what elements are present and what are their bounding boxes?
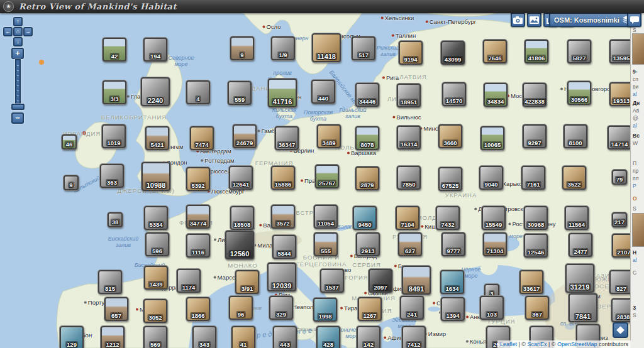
news-photo-thumbnail[interactable] [632,33,644,65]
photo-cluster-thumbnail[interactable]: 1116 [186,234,210,258]
photo-cluster-thumbnail[interactable]: 8100 [564,124,587,148]
photo-cluster-thumbnail[interactable]: 2913 [356,232,380,256]
photo-cluster-thumbnail[interactable]: 11418 [312,33,341,62]
photo-cluster-thumbnail[interactable]: 7432 [436,206,460,230]
photo-cluster-thumbnail[interactable]: 18951 [397,84,421,107]
camera-button[interactable] [511,13,525,27]
photo-cluster-thumbnail[interactable]: 41 [231,326,255,348]
photo-cluster-thumbnail[interactable]: 11564 [565,206,589,230]
photo-cluster-thumbnail[interactable]: 142 [357,326,380,348]
zoom-slider-track[interactable] [15,59,21,108]
photo-cluster-thumbnail[interactable]: 3660 [438,124,462,148]
photo-cluster-thumbnail[interactable]: 3572 [271,205,295,229]
photo-cluster-thumbnail[interactable]: 71304 [483,232,507,256]
photo-cluster-thumbnail[interactable]: 5844 [272,235,296,259]
pan-down-button[interactable]: ↓ [13,37,23,46]
pan-up-button[interactable]: ↑ [13,17,23,26]
photo-cluster-thumbnail[interactable]: 1634 [440,270,464,294]
zoom-out-button[interactable]: − [11,112,24,124]
photo-cluster-thumbnail[interactable]: 569 [143,326,167,348]
photo-cluster-thumbnail[interactable]: 555 [314,232,338,256]
photo-cluster-thumbnail[interactable]: 79 [612,170,627,185]
photo-cluster-thumbnail[interactable]: 517 [352,36,375,60]
photo-cluster-thumbnail[interactable]: 7104 [396,206,419,230]
photo-cluster-thumbnail[interactable]: 2879 [355,166,379,190]
photo-cluster-thumbnail[interactable]: 129 [60,326,84,348]
photo-cluster-thumbnail[interactable]: 7841 [569,293,597,322]
photo-cluster-thumbnail[interactable]: 428 [316,326,340,348]
photo-cluster-thumbnail[interactable]: 11054 [314,205,338,229]
photo-cluster-thumbnail[interactable]: 9194 [399,41,423,65]
star-logo-icon[interactable]: ★ [3,1,14,12]
map-marker-dot[interactable] [82,131,86,135]
photo-cluster-thumbnail[interactable]: 5392 [186,167,210,191]
photo-cluster-thumbnail[interactable]: 34774 [186,205,210,229]
photo-cluster-thumbnail[interactable]: 7646 [483,40,507,63]
photo-cluster-thumbnail[interactable]: 3489 [317,124,341,148]
photo-cluster-thumbnail[interactable]: 1394 [441,297,465,321]
attribution-link[interactable]: Leaflet [500,341,517,347]
photo-cluster-thumbnail[interactable]: 1537 [320,269,344,293]
photo-cluster-thumbnail[interactable]: 657 [104,297,128,321]
pan-right-button[interactable]: → [23,27,33,36]
photo-cluster-thumbnail[interactable]: 15549 [482,206,506,230]
news-panel-clipped[interactable]: ЗаS9-спвиalДнАв@alВсWПпрплРОSНalСЗS [630,13,644,348]
photo-cluster-thumbnail[interactable]: 5827 [567,40,591,63]
photo-cluster-thumbnail[interactable]: 5384 [144,206,168,230]
photo-cluster-thumbnail[interactable]: 1267 [358,297,382,321]
photo-cluster-thumbnail[interactable]: 14714 [608,126,631,150]
photo-cluster-thumbnail[interactable]: 42 [103,38,126,62]
photo-cluster-thumbnail[interactable]: 2097 [369,269,392,293]
photo-cluster-thumbnail[interactable]: 7161 [521,166,545,190]
photo-cluster-thumbnail[interactable]: 422838 [523,83,547,107]
photo-cluster-thumbnail[interactable]: 12039 [267,263,296,291]
photo-cluster-thumbnail[interactable]: 9450 [353,206,377,230]
photo-cluster-thumbnail[interactable]: 343 [192,326,216,348]
photo-cluster-thumbnail[interactable]: 67525 [438,167,462,191]
photo-cluster-thumbnail[interactable]: 33617 [519,270,543,294]
map-canvas[interactable]: Северное морепролив КаттегатРижский зали… [0,0,644,348]
photo-cluster-thumbnail[interactable]: 103 [480,296,504,320]
photo-cluster-thumbnail[interactable]: 363 [100,164,124,188]
photo-cluster-thumbnail[interactable]: 1439 [144,266,168,290]
photo-cluster-thumbnail[interactable]: 217 [612,212,627,227]
news-photo-thumbnail[interactable] [632,213,644,247]
photo-cluster-thumbnail[interactable]: 10988 [142,162,170,191]
photo-cluster-thumbnail[interactable]: 14570 [442,82,466,106]
pan-left-button[interactable]: ← [3,27,13,36]
photo-cluster-thumbnail[interactable]: 1998 [313,298,337,322]
photo-cluster-thumbnail[interactable]: 3522 [562,166,586,190]
photo-cluster-thumbnail[interactable]: 10065 [480,126,504,150]
photo-cluster-thumbnail[interactable]: 12560 [225,231,254,259]
photo-cluster-thumbnail[interactable]: 30968 [524,206,548,230]
map-marker-dot[interactable] [39,60,44,65]
photo-cluster-thumbnail[interactable]: 36347 [275,126,299,150]
panel-toggle-button[interactable] [613,322,628,338]
photo-cluster-thumbnail[interactable]: 9777 [441,232,465,256]
photo-cluster-thumbnail[interactable]: 559 [228,81,252,105]
photo-cluster-thumbnail[interactable]: 1866 [186,297,210,321]
photo-cluster-thumbnail[interactable]: 7850 [397,166,421,190]
photo-cluster-thumbnail[interactable]: 2240 [141,77,170,106]
photo-cluster-thumbnail[interactable]: 7412 [402,326,426,348]
photo-cluster-thumbnail[interactable]: 1174 [177,269,201,293]
photo-cluster-thumbnail[interactable]: 30566 [567,81,591,105]
photo-cluster-thumbnail[interactable]: 41806 [525,40,548,63]
photo-cluster-thumbnail[interactable]: 443 [273,326,297,348]
photo-cluster-thumbnail[interactable]: 34834 [484,83,508,107]
photo-cluster-thumbnail[interactable]: 15886 [271,166,295,190]
photo-cluster-thumbnail[interactable]: 9 [230,36,254,60]
photo-cluster-thumbnail[interactable]: 1212 [101,326,125,348]
photo-cluster-thumbnail[interactable]: 34446 [355,83,379,107]
photo-cluster-thumbnail[interactable]: 96 [229,296,253,320]
photo-cluster-thumbnail[interactable]: 46 [62,134,77,150]
photo-cluster-thumbnail[interactable]: 3/3 [103,80,126,104]
photo-cluster-thumbnail[interactable]: 440 [311,80,335,104]
photo-cluster-thumbnail[interactable]: 8491 [402,266,431,295]
home-button[interactable]: ⌂ [13,27,23,36]
layer-selector-button[interactable]: OSM: Kosmosnimki [549,13,636,27]
photo-cluster-thumbnail[interactable]: 43099 [441,41,465,65]
gallery-button[interactable] [527,13,541,27]
photo-cluster-thumbnail[interactable]: 18508 [230,206,254,230]
photo-cluster-thumbnail[interactable]: 815 [98,270,122,294]
